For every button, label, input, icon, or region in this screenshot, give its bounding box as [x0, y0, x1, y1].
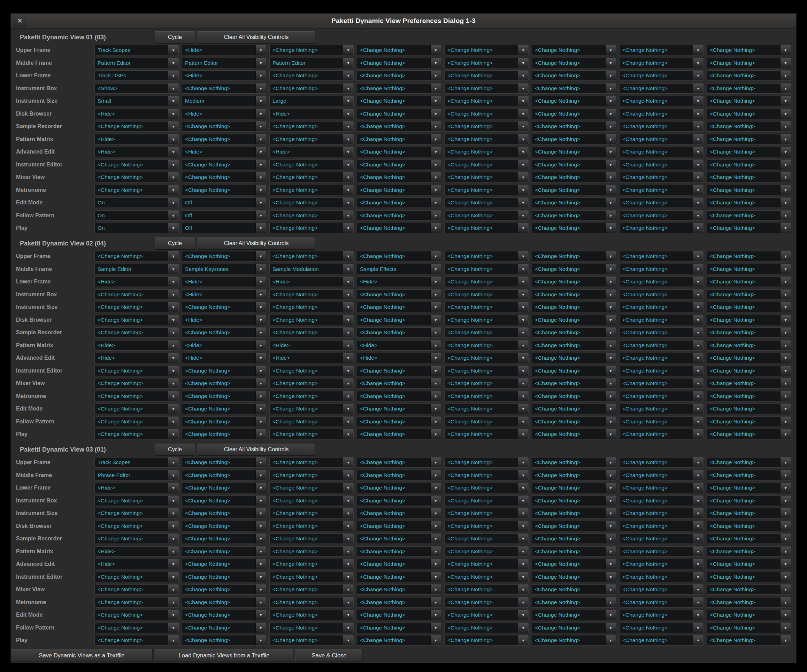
dropdown-s1-instrument-editor-c6[interactable]: <Change Nothing> ▼	[532, 159, 616, 170]
dropdown-s3-advanced-edit-c7[interactable]: <Change Nothing> ▼	[619, 559, 704, 569]
dropdown-s3-follow-pattern-c4[interactable]: <Change Nothing> ▼	[357, 622, 441, 633]
dropdown-s3-follow-pattern-c3[interactable]: <Change Nothing> ▼	[269, 622, 354, 633]
dropdown-s2-instrument-editor-c2[interactable]: <Change Nothing> ▼	[182, 366, 266, 376]
dropdown-s2-instrument-size-c1[interactable]: <Change Nothing> ▼	[95, 302, 179, 312]
dropdown-s1-play-c5[interactable]: <Change Nothing> ▼	[444, 223, 529, 233]
dropdown-s2-pattern-matrix-c6[interactable]: <Change Nothing> ▼	[532, 340, 616, 351]
dropdown-s3-mixer-view-c2[interactable]: <Change Nothing> ▼	[182, 584, 266, 595]
dropdown-s1-edit-mode-c4[interactable]: <Change Nothing> ▼	[357, 197, 441, 208]
dropdown-s3-pattern-matrix-c8[interactable]: <Change Nothing> ▼	[707, 546, 791, 557]
dropdown-s3-follow-pattern-c8[interactable]: <Change Nothing> ▼	[707, 622, 791, 633]
dropdown-s1-upper-frame-c1[interactable]: Track Scopes ▼	[95, 45, 179, 55]
dropdown-s3-instrument-size-c5[interactable]: <Change Nothing> ▼	[444, 508, 529, 518]
dropdown-s2-mixer-view-c6[interactable]: <Change Nothing> ▼	[532, 378, 616, 389]
dropdown-s3-play-c7[interactable]: <Change Nothing> ▼	[619, 635, 704, 646]
dropdown-s1-instrument-size-c5[interactable]: <Change Nothing> ▼	[444, 96, 529, 106]
dropdown-s1-follow-pattern-c7[interactable]: <Change Nothing> ▼	[619, 210, 704, 221]
clear-all-visibility-button[interactable]: Clear All Visibility Controls	[198, 31, 315, 43]
dropdown-s1-lower-frame-c1[interactable]: Track DSPs ▼	[95, 70, 179, 81]
dropdown-s3-advanced-edit-c5[interactable]: <Change Nothing> ▼	[444, 559, 529, 569]
dropdown-s2-instrument-editor-c1[interactable]: <Change Nothing> ▼	[95, 366, 179, 376]
dropdown-s1-edit-mode-c1[interactable]: On ▼	[95, 197, 179, 208]
dropdown-s1-sample-recorder-c5[interactable]: <Change Nothing> ▼	[444, 121, 529, 132]
dropdown-s2-disk-browser-c5[interactable]: <Change Nothing> ▼	[444, 315, 529, 325]
dropdown-s1-advanced-edit-c3[interactable]: <Hide> ▼	[269, 147, 354, 157]
dropdown-s2-instrument-size-c5[interactable]: <Change Nothing> ▼	[444, 302, 529, 312]
dropdown-s2-disk-browser-c6[interactable]: <Change Nothing> ▼	[532, 315, 616, 325]
dropdown-s3-pattern-matrix-c4[interactable]: <Change Nothing> ▼	[357, 546, 441, 557]
dropdown-s3-mixer-view-c4[interactable]: <Change Nothing> ▼	[357, 584, 441, 595]
dropdown-s2-lower-frame-c4[interactable]: <Hide> ▼	[357, 276, 441, 287]
dropdown-s2-advanced-edit-c5[interactable]: <Change Nothing> ▼	[444, 353, 529, 363]
dropdown-s1-advanced-edit-c5[interactable]: <Change Nothing> ▼	[444, 147, 529, 157]
dropdown-s3-lower-frame-c5[interactable]: <Change Nothing> ▼	[444, 483, 529, 493]
dropdown-s3-follow-pattern-c2[interactable]: <Change Nothing> ▼	[182, 622, 266, 633]
dropdown-s3-follow-pattern-c5[interactable]: <Change Nothing> ▼	[444, 622, 529, 633]
dropdown-s1-mixer-view-c8[interactable]: <Change Nothing> ▼	[707, 172, 791, 182]
dropdown-s3-middle-frame-c3[interactable]: <Change Nothing> ▼	[269, 470, 354, 480]
dropdown-s1-play-c2[interactable]: Off ▼	[182, 223, 266, 233]
dropdown-s3-advanced-edit-c6[interactable]: <Change Nothing> ▼	[532, 559, 616, 569]
dropdown-s3-advanced-edit-c3[interactable]: <Change Nothing> ▼	[269, 559, 354, 569]
dropdown-s1-edit-mode-c7[interactable]: <Change Nothing> ▼	[619, 197, 704, 208]
dropdown-s1-sample-recorder-c8[interactable]: <Change Nothing> ▼	[707, 121, 791, 132]
dropdown-s3-sample-recorder-c3[interactable]: <Change Nothing> ▼	[269, 533, 354, 544]
dropdown-s2-pattern-matrix-c2[interactable]: <Hide> ▼	[182, 340, 266, 351]
dropdown-s2-disk-browser-c8[interactable]: <Change Nothing> ▼	[707, 315, 791, 325]
dropdown-s2-advanced-edit-c1[interactable]: <Hide> ▼	[95, 353, 179, 363]
dropdown-s1-advanced-edit-c7[interactable]: <Change Nothing> ▼	[619, 147, 704, 157]
dropdown-s2-metronome-c7[interactable]: <Change Nothing> ▼	[619, 391, 704, 401]
dropdown-s2-middle-frame-c3[interactable]: Sample Modulation ▼	[269, 264, 354, 275]
dropdown-s3-instrument-editor-c5[interactable]: <Change Nothing> ▼	[444, 572, 529, 582]
dropdown-s2-metronome-c6[interactable]: <Change Nothing> ▼	[532, 391, 616, 401]
dropdown-s2-instrument-size-c6[interactable]: <Change Nothing> ▼	[532, 302, 616, 312]
dropdown-s2-advanced-edit-c2[interactable]: <Hide> ▼	[182, 353, 266, 363]
dropdown-s1-advanced-edit-c8[interactable]: <Change Nothing> ▼	[707, 147, 791, 157]
dropdown-s1-disk-browser-c3[interactable]: <Hide> ▼	[269, 109, 354, 119]
dropdown-s1-lower-frame-c6[interactable]: <Change Nothing> ▼	[532, 70, 616, 81]
dropdown-s3-sample-recorder-c8[interactable]: <Change Nothing> ▼	[707, 533, 791, 544]
dropdown-s2-pattern-matrix-c5[interactable]: <Change Nothing> ▼	[444, 340, 529, 351]
dropdown-s2-instrument-editor-c3[interactable]: <Change Nothing> ▼	[269, 366, 354, 376]
dropdown-s3-disk-browser-c8[interactable]: <Change Nothing> ▼	[707, 521, 791, 531]
dropdown-s3-instrument-editor-c8[interactable]: <Change Nothing> ▼	[707, 572, 791, 582]
dropdown-s2-middle-frame-c5[interactable]: <Change Nothing> ▼	[444, 264, 529, 275]
dropdown-s2-edit-mode-c4[interactable]: <Change Nothing> ▼	[357, 404, 441, 414]
dropdown-s3-upper-frame-c6[interactable]: <Change Nothing> ▼	[532, 457, 616, 468]
save-views-textfile-button[interactable]: Save Dynamic Views as a Textfile	[11, 649, 153, 662]
dropdown-s2-advanced-edit-c6[interactable]: <Change Nothing> ▼	[532, 353, 616, 363]
dropdown-s3-lower-frame-c4[interactable]: <Change Nothing> ▼	[357, 483, 441, 493]
dropdown-s3-upper-frame-c5[interactable]: <Change Nothing> ▼	[444, 457, 529, 468]
dropdown-s1-disk-browser-c1[interactable]: <Hide> ▼	[95, 109, 179, 119]
dropdown-s1-edit-mode-c5[interactable]: <Change Nothing> ▼	[444, 197, 529, 208]
cycle-button[interactable]: Cycle	[155, 31, 195, 43]
dropdown-s1-instrument-box-c2[interactable]: <Change Nothing> ▼	[182, 83, 266, 94]
dropdown-s2-mixer-view-c7[interactable]: <Change Nothing> ▼	[619, 378, 704, 389]
dropdown-s1-sample-recorder-c7[interactable]: <Change Nothing> ▼	[619, 121, 704, 132]
dropdown-s1-lower-frame-c2[interactable]: <Hide> ▼	[182, 70, 266, 81]
dropdown-s1-pattern-matrix-c6[interactable]: <Change Nothing> ▼	[532, 134, 616, 144]
dropdown-s1-metronome-c8[interactable]: <Change Nothing> ▼	[707, 185, 791, 195]
dropdown-s3-metronome-c6[interactable]: <Change Nothing> ▼	[532, 597, 616, 607]
dropdown-s1-advanced-edit-c4[interactable]: <Change Nothing> ▼	[357, 147, 441, 157]
dropdown-s1-advanced-edit-c2[interactable]: <Hide> ▼	[182, 147, 266, 157]
dropdown-s1-metronome-c3[interactable]: <Change Nothing> ▼	[269, 185, 354, 195]
dropdown-s1-instrument-size-c1[interactable]: Small ▼	[95, 96, 179, 106]
dropdown-s2-sample-recorder-c4[interactable]: <Change Nothing> ▼	[357, 327, 441, 338]
dropdown-s3-mixer-view-c5[interactable]: <Change Nothing> ▼	[444, 584, 529, 595]
dropdown-s2-mixer-view-c4[interactable]: <Change Nothing> ▼	[357, 378, 441, 389]
dropdown-s2-instrument-box-c8[interactable]: <Change Nothing> ▼	[707, 289, 791, 300]
dropdown-s2-instrument-editor-c7[interactable]: <Change Nothing> ▼	[619, 366, 704, 376]
dropdown-s3-lower-frame-c2[interactable]: <Change Nothing> ▼	[182, 483, 266, 493]
dropdown-s3-edit-mode-c1[interactable]: <Change Nothing> ▼	[95, 610, 179, 620]
dropdown-s2-lower-frame-c6[interactable]: <Change Nothing> ▼	[532, 276, 616, 287]
dropdown-s2-metronome-c2[interactable]: <Change Nothing> ▼	[182, 391, 266, 401]
dropdown-s3-pattern-matrix-c1[interactable]: <Hide> ▼	[95, 546, 179, 557]
dropdown-s2-follow-pattern-c8[interactable]: <Change Nothing> ▼	[707, 416, 791, 427]
dropdown-s2-instrument-size-c8[interactable]: <Change Nothing> ▼	[707, 302, 791, 312]
dropdown-s2-lower-frame-c7[interactable]: <Change Nothing> ▼	[619, 276, 704, 287]
dropdown-s3-instrument-box-c6[interactable]: <Change Nothing> ▼	[532, 495, 616, 506]
dropdown-s1-instrument-editor-c5[interactable]: <Change Nothing> ▼	[444, 159, 529, 170]
dropdown-s3-sample-recorder-c5[interactable]: <Change Nothing> ▼	[444, 533, 529, 544]
dropdown-s1-pattern-matrix-c3[interactable]: <Change Nothing> ▼	[269, 134, 354, 144]
